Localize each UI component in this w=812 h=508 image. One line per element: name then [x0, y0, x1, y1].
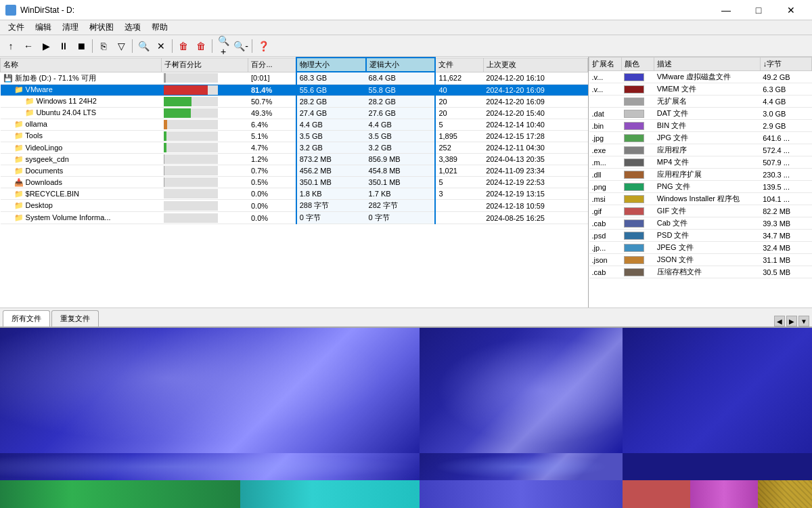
toolbar-clear[interactable]: ✕ — [153, 38, 169, 54]
col-name[interactable]: 名称 — [1, 58, 162, 72]
cell-pct: 4.7% — [248, 142, 296, 153]
ext-row[interactable]: .cabCab 文件39.3 MB — [589, 217, 812, 230]
table-row[interactable]: 📁 sysgeek_cdn1.2%873.2 MB856.9 MB3,38920… — [1, 154, 588, 165]
menu-help[interactable]: 帮助 — [146, 20, 173, 35]
toolbar-prev[interactable]: ← — [20, 38, 37, 54]
menu-options[interactable]: 选项 — [119, 20, 146, 35]
cell-color — [621, 266, 654, 278]
tab-all-files[interactable]: 所有文件 — [3, 310, 50, 326]
menu-clean[interactable]: 清理 — [57, 20, 84, 35]
titlebar: WinDirStat - D: — □ ✕ — [0, 0, 812, 20]
toolbar-copy[interactable]: ⎘ — [95, 38, 112, 54]
col-files[interactable]: 文件 — [435, 58, 483, 72]
toolbar-delete1[interactable]: 🗑 — [175, 38, 191, 54]
toolbar-help[interactable]: ❓ — [255, 38, 271, 54]
toolbar-search[interactable]: 🔍 — [135, 38, 152, 54]
cell-extsize: 4.4 GB — [760, 96, 811, 108]
cell-bar — [161, 188, 248, 200]
tab-duplicate-files[interactable]: 重复文件 — [51, 310, 99, 326]
cell-modified: 2024-12-18 10:59 — [483, 200, 587, 212]
treemap-block-row2b[interactable] — [420, 453, 623, 480]
ext-row[interactable]: .dll应用程序扩展230.3 ... — [589, 169, 812, 181]
table-row[interactable]: 📁 Windows 11 24H250.7%28.2 GB28.2 GB2020… — [1, 96, 588, 107]
toolbar-stop[interactable]: ⏹ — [73, 38, 89, 54]
ext-row[interactable]: .jpgJPG 文件641.6 ... — [589, 132, 812, 144]
cell-extsize: 641.6 ... — [760, 132, 811, 144]
treemap-seg-purple[interactable] — [690, 480, 758, 508]
menu-file[interactable]: 文件 — [3, 20, 30, 35]
treemap-block-row2c[interactable] — [623, 453, 812, 480]
toolbar-zoomout[interactable]: 🔍- — [233, 38, 249, 54]
col-pct2[interactable]: 百分... — [248, 58, 296, 72]
table-row[interactable]: 📁 Documents0.7%456.2 MB454.8 MB1,0212024… — [1, 165, 588, 177]
table-row[interactable]: 💾 新加卷 (D:) - 71.1% 可用[0:01]68.3 GB68.4 G… — [1, 72, 588, 84]
col-ext[interactable]: 扩展名 — [589, 58, 622, 71]
toolbar-pause[interactable]: ⏸ — [55, 38, 72, 54]
ext-row[interactable]: .msiWindows Installer 程序包104.1 ... — [589, 193, 812, 205]
col-modified[interactable]: 上次更改 — [483, 58, 587, 72]
treemap-seg-red[interactable] — [623, 480, 690, 508]
table-row[interactable]: 📁 ollama6.4%4.4 GB4.4 GB52024-12-14 10:4… — [1, 119, 588, 130]
file-tree[interactable]: 名称 子树百分比 百分... 物理大小 逻辑大小 文件 上次更改 💾 新加卷 (… — [0, 57, 588, 308]
cell-name: 📁 VideoLingo — [1, 142, 162, 153]
toolbar-back[interactable]: ↑ — [3, 38, 19, 54]
col-physical[interactable]: 物理大小 — [296, 58, 366, 72]
cell-pct: 1.2% — [248, 154, 296, 165]
col-color[interactable]: 颜色 — [621, 58, 654, 71]
table-row[interactable]: 📁 Ubuntu 24.04 LTS49.3%27.4 GB27.6 GB202… — [1, 107, 588, 119]
ext-row[interactable]: .jp...JPEG 文件32.4 MB — [589, 242, 812, 254]
close-button[interactable]: ✕ — [775, 0, 807, 20]
table-row[interactable]: 📁 System Volume Informa...0.0%0 字节0 字节20… — [1, 212, 588, 224]
treemap-seg-blue2[interactable] — [420, 480, 623, 508]
menu-treemap[interactable]: 树状图 — [84, 20, 119, 35]
titlebar-left: WinDirStat - D: — [5, 5, 74, 16]
cell-name: 📁 Tools — [1, 130, 162, 142]
cell-color — [621, 217, 654, 230]
col-desc[interactable]: 描述 — [654, 58, 760, 71]
menu-edit[interactable]: 编辑 — [30, 20, 57, 35]
cell-extsize: 507.9 ... — [760, 156, 811, 169]
toolbar-next[interactable]: ▶ — [38, 38, 54, 54]
table-row[interactable]: 📥 Downloads0.5%350.1 MB350.1 MB52024-12-… — [1, 177, 588, 188]
toolbar-zoomin[interactable]: 🔍+ — [215, 38, 231, 54]
treemap-block-row2a[interactable] — [0, 453, 420, 480]
window-controls[interactable]: — □ ✕ — [710, 0, 807, 20]
table-row[interactable]: 📁 VideoLingo4.7%3.2 GB3.2 GB2522024-12-1… — [1, 142, 588, 153]
col-pct[interactable]: 子树百分比 — [161, 58, 248, 72]
toolbar-filter[interactable]: ▽ — [113, 38, 129, 54]
minimize-button[interactable]: — — [710, 0, 742, 20]
col-size[interactable]: ↓字节 — [760, 58, 811, 71]
nav-next[interactable]: ▶ — [786, 316, 797, 326]
table-row[interactable]: 📁 Desktop0.0%288 字节282 字节2024-12-18 10:5… — [1, 200, 588, 212]
maximize-button[interactable]: □ — [743, 0, 774, 20]
treemap-seg-teal[interactable] — [240, 480, 420, 508]
treemap-block-vmdk[interactable] — [0, 328, 420, 453]
ext-row[interactable]: .m...MP4 文件507.9 ... — [589, 156, 812, 169]
ext-row[interactable]: .datDAT 文件3.0 GB — [589, 108, 812, 120]
table-row[interactable]: 📁 Tools5.1%3.5 GB3.5 GB1,8952024-12-15 1… — [1, 130, 588, 142]
treemap-block-vmdk2[interactable] — [420, 328, 623, 453]
ext-row[interactable]: .jsonJSON 文件31.1 MB — [589, 254, 812, 266]
ext-row[interactable]: .psdPSD 文件34.7 MB — [589, 230, 812, 242]
ext-row[interactable]: 无扩展名4.4 GB — [589, 96, 812, 108]
treemap-area[interactable] — [0, 326, 812, 508]
toolbar-delete2[interactable]: 🗑 — [193, 38, 209, 54]
treemap-seg-green[interactable] — [0, 480, 240, 508]
treemap-block-right[interactable] — [623, 328, 812, 453]
treemap-seg-yellow[interactable] — [758, 480, 812, 508]
ext-row[interactable]: .v...VMEM 文件6.3 GB — [589, 83, 812, 96]
ext-row[interactable]: .exe应用程序572.4 ... — [589, 144, 812, 156]
ext-row[interactable]: .pngPNG 文件139.5 ... — [589, 181, 812, 193]
ext-row[interactable]: .gifGIF 文件82.2 MB — [589, 205, 812, 217]
nav-menu[interactable]: ▼ — [798, 316, 809, 326]
cell-ext: .jp... — [589, 242, 622, 254]
table-row[interactable]: 📁 VMware81.4%55.6 GB55.8 GB402024-12-20 … — [1, 84, 588, 96]
ext-row[interactable]: .binBIN 文件2.9 GB — [589, 120, 812, 132]
table-row[interactable]: 📁 $RECYCLE.BIN0.0%1.8 KB1.7 KB32024-12-1… — [1, 188, 588, 200]
col-logical[interactable]: 逻辑大小 — [366, 58, 436, 72]
ext-row[interactable]: .v...VMware 虚拟磁盘文件49.2 GB — [589, 71, 812, 83]
cell-name: 📁 Ubuntu 24.04 LTS — [1, 107, 162, 119]
ext-row[interactable]: .cab压缩存档文件30.5 MB — [589, 266, 812, 278]
nav-prev[interactable]: ◀ — [774, 316, 785, 326]
cell-logical: 856.9 MB — [366, 154, 436, 165]
